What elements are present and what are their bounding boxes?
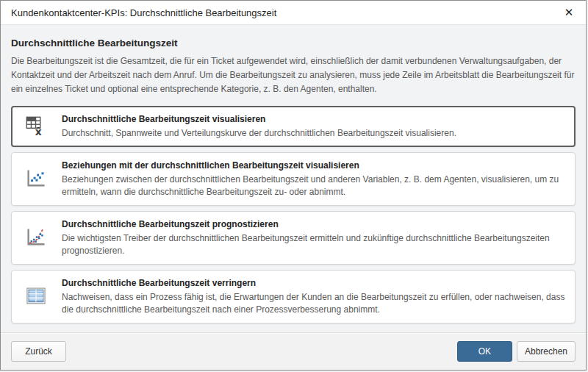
option-description: Beziehungen zwischen der durchschnittlic… <box>62 174 566 198</box>
option-title: Durchschnittliche Bearbeitungszeit progn… <box>62 218 566 230</box>
ok-button[interactable]: OK <box>457 341 512 362</box>
assistant-dialog: Kundenkontaktcenter-KPIs: Durchschnittli… <box>0 0 587 371</box>
worksheet-mean-icon: x̄ <box>24 115 49 137</box>
regression-curve-icon <box>24 226 49 248</box>
option-title: Durchschnittliche Bearbeitungszeit visua… <box>62 113 566 125</box>
dialog-titlebar: Kundenkontaktcenter-KPIs: Durchschnittli… <box>1 1 586 25</box>
page-description: Die Bearbeitungszeit ist die Gesamtzeit,… <box>11 54 576 96</box>
option-card-reduce[interactable]: Durchschnittliche Bearbeitungszeit verri… <box>11 270 576 323</box>
option-card-relationships[interactable]: Beziehungen mit der durchschnittlichen B… <box>11 152 576 206</box>
dialog-footer: Zurück OK Abbrechen <box>1 332 586 370</box>
scatterplot-icon <box>24 168 49 190</box>
option-title: Durchschnittliche Bearbeitungszeit verri… <box>62 277 566 289</box>
option-description: Die wichtigsten Treiber der durchschnitt… <box>62 232 566 257</box>
cancel-button[interactable]: Abbrechen <box>517 341 576 362</box>
option-title: Beziehungen mit der durchschnittlichen B… <box>62 160 566 171</box>
close-icon[interactable]: ✕ <box>559 3 578 22</box>
option-description: Durchschnitt, Spannweite und Verteilungs… <box>62 127 566 140</box>
page-title: Durchschnittliche Bearbeitungszeit <box>11 37 576 49</box>
svg-text:x̄: x̄ <box>35 125 42 137</box>
option-description: Nachweisen, dass ein Prozess fähig ist, … <box>62 291 566 316</box>
dialog-content: Durchschnittliche Bearbeitungszeit Die B… <box>1 25 586 332</box>
option-card-predict[interactable]: Durchschnittliche Bearbeitungszeit progn… <box>11 211 576 265</box>
option-card-visualize[interactable]: x̄ Durchschnittliche Bearbeitungszeit vi… <box>11 106 576 147</box>
back-button[interactable]: Zurück <box>11 341 66 362</box>
capability-table-icon <box>24 285 49 307</box>
dialog-title: Kundenkontaktcenter-KPIs: Durchschnittli… <box>11 7 559 18</box>
